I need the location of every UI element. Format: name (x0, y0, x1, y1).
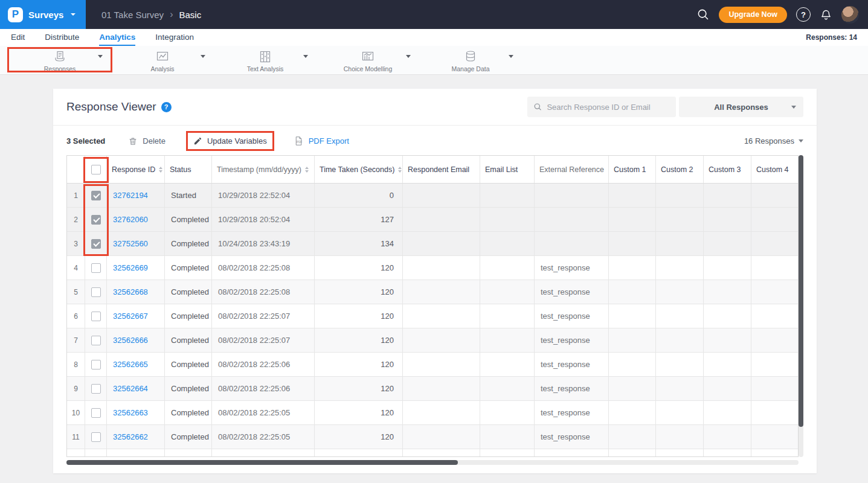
response-id-link[interactable]: 32762194 (113, 191, 148, 200)
external-reference-cell (535, 208, 609, 231)
response-id-link[interactable]: 32562668 (113, 287, 148, 296)
select-all-header (85, 156, 107, 183)
respondent-email-cell (403, 377, 480, 400)
row-checkbox[interactable] (91, 191, 101, 200)
time-taken-cell: 120 (315, 256, 403, 280)
response-id-link[interactable]: 32562666 (113, 336, 148, 345)
page-size-dropdown[interactable]: 16 Responses (744, 136, 803, 146)
toolbar-item-responses[interactable]: Responses (8, 46, 111, 74)
response-filter-dropdown[interactable]: All Responses (679, 97, 803, 117)
external-reference-cell: test_response (535, 425, 609, 449)
row-checkbox[interactable] (91, 384, 101, 394)
help-icon[interactable]: ? (796, 7, 811, 22)
response-search-input[interactable] (547, 103, 670, 112)
row-checkbox[interactable] (91, 456, 101, 458)
response-id-link[interactable]: 32562662 (113, 432, 148, 441)
status-cell: Completed (165, 280, 212, 304)
email-list-cell (480, 304, 535, 328)
response-id-link[interactable]: 32562669 (113, 263, 148, 272)
delete-button[interactable]: Delete (128, 136, 166, 146)
column-header-email-list[interactable]: Email List (480, 156, 535, 183)
nav-tab-integration[interactable]: Integration (155, 29, 194, 46)
column-header-time-taken[interactable]: Time Taken (Seconds) (315, 156, 403, 183)
time-taken-cell: 120 (315, 401, 403, 424)
surveys-product-menu[interactable]: P Surveys (0, 0, 86, 29)
chevron-down-icon[interactable] (201, 55, 205, 58)
row-checkbox[interactable] (91, 408, 101, 418)
breadcrumb-survey-name[interactable]: 01 Take Survey (101, 10, 164, 20)
status-cell: Completed (165, 425, 212, 449)
responses-icon (53, 50, 67, 64)
column-header-custom-4[interactable]: Custom 4 (751, 156, 799, 183)
response-id-link[interactable]: 32762060 (113, 215, 148, 224)
sort-icon[interactable] (159, 167, 162, 173)
respondent-email-cell (403, 401, 480, 424)
column-header-respondent-email[interactable]: Respondent Email (403, 156, 480, 183)
timestamp-cell: 08/02/2018 22:25:08 (212, 280, 315, 304)
update-variables-button[interactable]: Update Variables (193, 136, 267, 146)
response-id-link[interactable]: 32562665 (113, 360, 148, 369)
external-reference-cell (535, 184, 609, 207)
toolbar-item-analysis[interactable]: Analysis (111, 46, 214, 74)
chevron-down-icon[interactable] (303, 55, 308, 58)
chevron-down-icon[interactable] (98, 55, 103, 58)
sort-icon[interactable] (398, 167, 402, 173)
notifications-bell-icon[interactable] (820, 8, 832, 21)
response-search-box[interactable] (527, 97, 676, 117)
sort-icon[interactable] (305, 167, 309, 173)
pencil-icon (193, 136, 202, 146)
analytics-toolbar: Responses Analysis Text Analysis Choice … (0, 46, 868, 75)
email-list-cell (480, 328, 535, 352)
time-taken-cell: 120 (315, 328, 403, 352)
respondent-email-cell (403, 184, 480, 207)
custom4-cell (751, 401, 799, 424)
respondent-email-cell (403, 328, 480, 352)
column-header-status[interactable]: Status (165, 156, 212, 183)
row-checkbox[interactable] (91, 360, 101, 369)
toolbar-item-manage-data[interactable]: Manage Data (419, 46, 522, 74)
chevron-down-icon[interactable] (509, 55, 513, 58)
row-checkbox[interactable] (91, 239, 101, 249)
custom4-cell (751, 280, 799, 304)
column-header-custom-1[interactable]: Custom 1 (609, 156, 656, 183)
viewer-help-icon[interactable]: ? (161, 102, 172, 112)
pdf-export-button[interactable]: PDF PDF Export (294, 136, 349, 146)
nav-tab-edit[interactable]: Edit (11, 29, 25, 46)
custom3-cell (704, 208, 751, 231)
row-number: 10 (67, 401, 85, 424)
response-id-link[interactable]: 32562663 (113, 408, 148, 417)
custom1-cell (609, 184, 656, 207)
row-checkbox[interactable] (91, 287, 101, 297)
chevron-down-icon[interactable] (406, 55, 411, 58)
vertical-scrollbar-thumb[interactable] (799, 155, 803, 427)
horizontal-scrollbar[interactable] (66, 460, 799, 465)
nav-tab-analytics[interactable]: Analytics (99, 29, 135, 46)
table-row-partial (67, 449, 798, 457)
column-header-response-id[interactable]: Response ID (107, 156, 165, 183)
toolbar-item-text-analysis[interactable]: Text Analysis (214, 46, 317, 74)
search-icon[interactable] (696, 8, 710, 21)
column-header-custom-3[interactable]: Custom 3 (704, 156, 751, 183)
upgrade-now-button[interactable]: Upgrade Now (719, 7, 787, 23)
toolbar-item-choice-modelling[interactable]: Choice Modelling (317, 46, 419, 74)
column-header-timestamp[interactable]: Timestamp (mm/dd/yyyy) (212, 156, 315, 183)
response-id-link[interactable]: 32562664 (113, 384, 148, 393)
row-checkbox[interactable] (91, 263, 101, 273)
column-header-custom-2[interactable]: Custom 2 (656, 156, 704, 183)
user-avatar[interactable] (841, 6, 859, 24)
chevron-down-icon (799, 139, 803, 142)
column-header-external-reference[interactable]: External Reference (535, 156, 609, 183)
row-checkbox[interactable] (91, 432, 101, 442)
response-id-link[interactable]: 32752560 (113, 239, 148, 248)
select-all-checkbox[interactable] (91, 165, 101, 174)
nav-tab-distribute[interactable]: Distribute (45, 29, 79, 46)
response-id-link[interactable]: 32562667 (113, 312, 148, 321)
custom1-cell (609, 377, 656, 400)
vertical-scrollbar[interactable] (799, 155, 803, 457)
horizontal-scrollbar-thumb[interactable] (66, 460, 458, 465)
row-checkbox[interactable] (91, 336, 101, 345)
row-number: 6 (67, 304, 85, 328)
row-checkbox[interactable] (91, 312, 101, 321)
custom2-cell (656, 232, 704, 255)
row-checkbox[interactable] (91, 215, 101, 225)
